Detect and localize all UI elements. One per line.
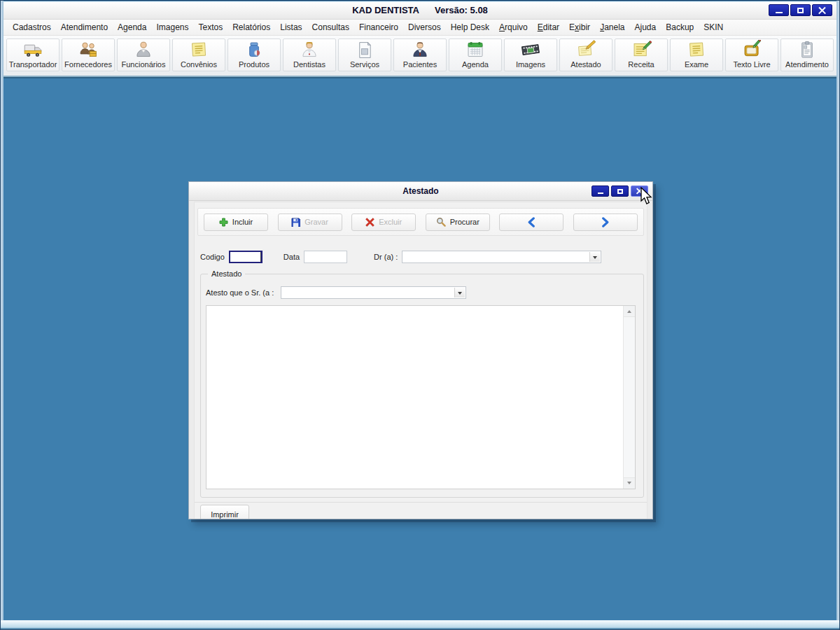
toolbar-label: Texto Livre: [733, 60, 770, 69]
close-button[interactable]: [812, 4, 832, 16]
dialog-minimize-button[interactable]: [592, 186, 609, 197]
toolbar-label: Imagens: [516, 60, 545, 69]
dropdown-button[interactable]: [589, 252, 600, 262]
toolbar-pacientes-button[interactable]: Pacientes: [393, 38, 447, 71]
minimize-button[interactable]: [769, 4, 789, 16]
incluir-label: Incluir: [232, 218, 253, 226]
data-input[interactable]: [304, 251, 347, 263]
toolbar-label: Funcionários: [122, 60, 166, 69]
toolbar-label: Produtos: [239, 60, 270, 69]
menu-editar[interactable]: Editar: [533, 21, 564, 34]
maximize-button[interactable]: [790, 4, 811, 16]
gravar-label: Gravar: [304, 218, 328, 226]
suppliers-people-icon: [78, 40, 99, 60]
scroll-down-button[interactable]: [624, 477, 635, 489]
dialog-body: Incluir Gravar Excluir Procurar: [194, 202, 648, 519]
previous-record-button[interactable]: [499, 214, 564, 231]
scroll-up-button[interactable]: [624, 306, 635, 317]
employee-person-icon: [133, 40, 154, 60]
film-strip-icon: [520, 40, 541, 60]
menu-arquivo[interactable]: Arquivo: [494, 21, 533, 34]
toolbar-fornecedores-button[interactable]: Fornecedores: [62, 38, 115, 71]
dialog-window-controls: [592, 186, 648, 197]
menu-ajuda[interactable]: Ajuda: [630, 21, 662, 34]
excluir-button[interactable]: Excluir: [351, 214, 416, 231]
app-titlebar[interactable]: KAD DENTISTA Versão: 5.08: [4, 1, 836, 20]
menu-imagens[interactable]: Imagens: [151, 21, 193, 34]
patient-person-icon: [410, 40, 430, 60]
toolbar-atestado-button[interactable]: Atestado: [559, 38, 612, 71]
product-jar-icon: [244, 40, 265, 60]
menu-relatorios[interactable]: Relatórios: [227, 21, 275, 34]
toolbar-exame-button[interactable]: Exame: [670, 38, 723, 71]
menu-financeiro[interactable]: Financeiro: [354, 21, 403, 34]
toolbar-dentistas-button[interactable]: Dentistas: [283, 38, 336, 71]
data-label: Data: [284, 253, 300, 261]
menubar: Cadastros Atendimento Agenda Imagens Tex…: [4, 20, 836, 36]
truck-icon: [22, 40, 43, 60]
toolbar-label: Atestado: [570, 60, 601, 69]
dropdown-button[interactable]: [454, 288, 465, 298]
toolbar-receita-button[interactable]: Receita: [615, 38, 668, 71]
procurar-button[interactable]: Procurar: [426, 214, 490, 231]
search-icon: [436, 217, 446, 227]
menu-listas[interactable]: Listas: [275, 21, 307, 34]
toolbar-servicos-button[interactable]: Serviços: [338, 38, 391, 71]
vertical-scrollbar[interactable]: [623, 306, 635, 489]
dr-combobox[interactable]: [402, 251, 601, 263]
menu-skin[interactable]: SKIN: [699, 21, 728, 34]
menu-exibir[interactable]: Exibir: [564, 21, 595, 34]
toolbar-texto-livre-button[interactable]: Texto Livre: [725, 38, 778, 71]
toolbar-label: Serviços: [350, 60, 379, 69]
yellow-note-icon: [188, 40, 209, 60]
app-version-text: Versão: 5.08: [435, 5, 488, 15]
maximize-icon: [617, 189, 623, 194]
codigo-input[interactable]: [229, 251, 262, 263]
desktop: KAD DENTISTA Versão: 5.08 Cadastros Aten…: [0, 0, 840, 630]
toolbar-atendimento-button[interactable]: Atendimento: [780, 38, 834, 71]
window-frame-bottom: [1, 620, 839, 629]
toolbar-agenda-button[interactable]: Agenda: [449, 38, 502, 71]
menu-consultas[interactable]: Consultas: [307, 21, 354, 34]
atesto-combobox[interactable]: [281, 286, 466, 299]
toolbar-transportador-button[interactable]: Transportador: [6, 38, 59, 71]
menu-janela[interactable]: Janela: [595, 21, 629, 34]
toolbar-label: Dentistas: [293, 60, 326, 69]
note-green-pencil-icon: [631, 40, 652, 60]
incluir-button[interactable]: Incluir: [204, 214, 268, 231]
dialog-titlebar[interactable]: Atestado: [189, 182, 652, 201]
menu-help-desk[interactable]: Help Desk: [446, 21, 494, 34]
atesto-label: Atesto que o Sr. (a :: [206, 288, 274, 297]
imprimir-button[interactable]: Imprimir: [200, 505, 249, 519]
codigo-label: Codigo: [200, 253, 225, 261]
menu-diversos[interactable]: Diversos: [403, 21, 446, 34]
dialog-title: Atestado: [189, 182, 652, 201]
toolbar-label: Exame: [685, 60, 708, 69]
menu-backup[interactable]: Backup: [661, 21, 699, 34]
next-record-button[interactable]: [573, 214, 638, 231]
toolbar-produtos-button[interactable]: Produtos: [227, 38, 281, 71]
dialog-close-button[interactable]: [631, 186, 648, 197]
imprimir-label: Imprimir: [211, 510, 239, 519]
toolbar-funcionarios-button[interactable]: Funcionários: [117, 38, 170, 71]
window-frame-left: [1, 1, 4, 629]
toolbar-imagens-button[interactable]: Imagens: [504, 38, 557, 71]
calendar-icon: [465, 40, 486, 60]
toolbar-label: Atendimento: [785, 60, 829, 69]
app-title-text: KAD DENTISTA: [352, 5, 419, 15]
gravar-button[interactable]: Gravar: [278, 214, 342, 231]
sheet-pencil-icon: [575, 40, 596, 60]
maximize-icon: [797, 8, 804, 13]
toolbar-convenios-button[interactable]: Convênios: [172, 38, 225, 71]
chevron-down-icon: [458, 292, 462, 297]
plus-icon: [219, 218, 228, 227]
atestado-textarea[interactable]: [206, 305, 636, 489]
excluir-label: Excluir: [379, 218, 402, 226]
yellow-note-icon: [686, 40, 707, 60]
menu-textos[interactable]: Textos: [194, 21, 228, 34]
toolbar-label: Transportador: [9, 60, 57, 69]
dialog-maximize-button[interactable]: [611, 186, 629, 197]
menu-agenda[interactable]: Agenda: [113, 21, 151, 34]
menu-cadastros[interactable]: Cadastros: [8, 21, 56, 34]
menu-atendimento[interactable]: Atendimento: [56, 21, 113, 34]
